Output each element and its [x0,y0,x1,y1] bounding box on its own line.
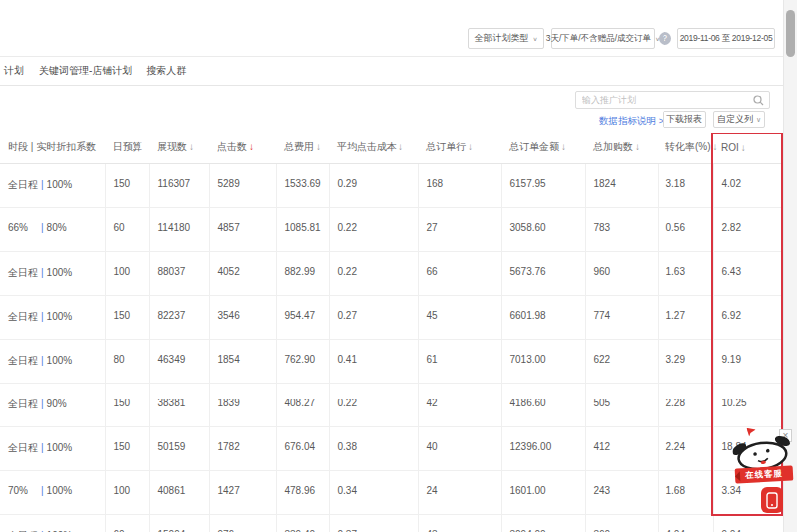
column-label: 日预算 [113,141,142,152]
cell-conversion_rate: 2.24 [658,426,713,470]
discount-value: 100% [47,267,73,278]
cell-avg_cpc: 0.38 [329,426,418,470]
schedule-value: 全日程 [8,178,38,192]
cell-schedule[interactable]: 全日程|100% [0,514,105,532]
tab-plan[interactable]: 计划 [4,64,24,78]
discount-value: 90% [47,399,67,409]
help-icon[interactable]: ? [659,32,671,45]
plan-type-select[interactable]: 全部计划类型 ∨ [468,28,544,49]
cell-roi: 2.82 [713,207,783,251]
schedule-value: 70% [8,485,38,496]
divider: | [38,222,47,233]
divider: | [38,485,47,496]
sort-desc-icon[interactable]: ↓ [713,141,718,152]
cell-schedule[interactable]: 全日程|100% [0,163,105,207]
cell-daily_budget[interactable]: 100 [105,251,149,295]
cell-order_amount: 6157.95 [501,163,585,207]
cell-order_lines: 61 [418,339,501,383]
cell-total_cost: 339.40 [276,514,329,532]
column-label: 总费用 [284,141,314,152]
search-input[interactable] [582,92,751,108]
sort-desc-icon[interactable]: ↓ [468,141,473,152]
table-row: 66%|80%6011418048571085.810.22273058.607… [0,207,783,251]
cell-schedule[interactable]: 66%|80% [0,207,105,251]
cell-daily_budget[interactable]: 150 [105,383,149,426]
cell-impressions: 40861 [149,470,209,514]
cell-clicks: 1854 [209,339,276,383]
cell-daily_budget[interactable]: 150 [105,163,149,207]
sort-desc-icon[interactable]: ↓ [741,142,746,153]
cell-daily_budget[interactable]: 60 [105,514,149,532]
metrics-help-link[interactable]: 数据指标说明 > [599,115,664,128]
cell-conversion_rate: 1.68 [658,470,713,514]
customize-columns-button[interactable]: 自定义列 ∨ [713,111,765,128]
plan-type-select-label: 全部计划类型 [474,32,528,45]
column-header-avg_cpc[interactable]: 平均点击成本↓ [329,133,418,163]
table-row: 全日程|100%100880374052882.990.22665673.769… [0,251,783,295]
cell-add_to_cart: 783 [585,207,658,251]
cell-add_to_cart: 1824 [585,163,658,207]
discount-value: 100% [47,442,73,453]
ad-platform-screen: 全部计划类型 ∨ 3天/下单/不含赠品/成交订单 ∨ ? 2019-11-06 … [0,0,797,532]
cell-daily_budget[interactable]: 80 [105,339,149,383]
table-row: 全日程|100%6015094976339.400.37433094.00360… [0,514,783,532]
cell-order_amount: 12396.00 [501,426,585,470]
sort-desc-icon[interactable]: ↓ [189,141,194,152]
tab-bar: 计划 关键词管理-店铺计划 搜索人群 [0,57,783,86]
cell-schedule[interactable]: 全日程|100% [0,339,105,383]
cell-clicks: 5289 [209,163,276,207]
sort-desc-icon[interactable]: ↓ [398,141,403,152]
cell-avg_cpc: 0.37 [329,514,418,532]
cell-add_to_cart: 412 [585,426,658,470]
schedule-value: 全日程 [8,441,38,455]
cell-daily_budget[interactable]: 150 [105,295,149,339]
metric-select[interactable]: 3天/下单/不含赠品/成交订单 ∨ [551,28,655,49]
cell-clicks: 4857 [209,207,276,251]
cell-schedule[interactable]: 70%|100% [0,470,105,514]
discount-value: 100% [47,311,73,322]
cell-order_lines: 168 [418,163,501,207]
column-header-impressions[interactable]: 展现数↓ [149,133,209,163]
sort-desc-icon[interactable]: ↓ [249,141,254,152]
cell-avg_cpc: 0.34 [329,470,418,514]
cell-impressions: 82237 [149,295,209,339]
column-header-conversion_rate[interactable]: 转化率(%)↓ [658,133,713,163]
column-header-order_amount[interactable]: 总订单金额↓ [501,133,585,163]
cell-avg_cpc: 0.29 [329,163,418,207]
date-range-picker[interactable]: 2019-11-06 至 2019-12-05 [677,28,775,49]
tab-keyword-store-plan[interactable]: 关键词管理-店铺计划 [39,64,132,78]
column-label: 时段 | 实时折扣系数 [8,141,96,152]
sort-desc-icon[interactable]: ↓ [561,141,566,152]
column-header-order_lines[interactable]: 总订单行↓ [418,133,501,163]
cell-add_to_cart: 360 [585,514,658,532]
schedule-value: 全日程 [8,398,38,411]
download-report-button[interactable]: 下载报表 [663,111,706,128]
column-header-add_to_cart[interactable]: 总加购数↓ [585,133,658,163]
cell-add_to_cart: 622 [585,339,658,383]
phone-icon[interactable] [761,487,783,513]
table-row: 全日程|100%15011630752891533.690.291686157.… [0,163,783,207]
tab-search-audience[interactable]: 搜索人群 [146,64,186,78]
column-label: ROI [721,142,739,153]
cell-schedule[interactable]: 全日程|100% [0,251,105,295]
cell-roi: 9.19 [713,339,783,383]
chat-banner[interactable]: 在线客服 [735,465,794,483]
divider: | [38,355,47,366]
cell-schedule[interactable]: 全日程|100% [0,295,105,339]
cell-order_lines: 43 [418,514,501,532]
column-header-clicks[interactable]: 点击数↓ [209,133,276,163]
search-icon[interactable] [753,95,764,106]
cell-total_cost: 478.96 [276,470,329,514]
cell-schedule[interactable]: 全日程|100% [0,426,105,470]
sort-desc-icon[interactable]: ↓ [316,141,321,152]
customize-columns-label: 自定义列 [717,113,753,126]
cell-daily_budget[interactable]: 150 [105,426,149,470]
column-header-roi[interactable]: ROI↓ [713,133,783,163]
cell-daily_budget[interactable]: 100 [105,470,149,514]
cell-daily_budget[interactable]: 60 [105,207,149,251]
cell-schedule[interactable]: 全日程|90% [0,383,105,426]
column-header-total_cost[interactable]: 总费用↓ [276,133,329,163]
sort-desc-icon[interactable]: ↓ [635,141,640,152]
cell-impressions: 38381 [149,383,209,426]
scrollbar-thumb[interactable] [786,10,795,57]
